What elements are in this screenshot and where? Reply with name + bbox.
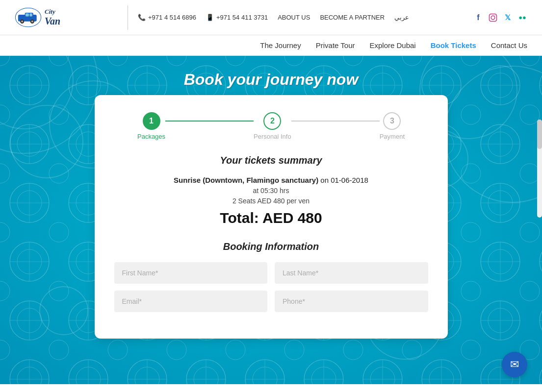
- phone2-number: +971 54 411 3731: [216, 14, 268, 21]
- header-divider: [128, 5, 128, 30]
- svg-rect-3: [26, 13, 29, 16]
- booking-card: 1 Packages 2 Personal Info 3 Payment You…: [95, 95, 448, 339]
- svg-rect-9: [490, 14, 497, 21]
- step-3: 3 Payment: [380, 112, 405, 140]
- mobile-icon: 📱: [206, 14, 214, 21]
- step-2-number: 2: [270, 117, 275, 125]
- ticket-total: Total: AED 480: [114, 210, 428, 226]
- nav-contact-us[interactable]: Contact Us: [491, 41, 527, 49]
- svg-point-11: [494, 15, 495, 16]
- step-1-number: 1: [149, 117, 154, 125]
- last-name-input[interactable]: [275, 262, 428, 284]
- social-icons: f 𝕏 ●●: [473, 13, 527, 23]
- svg-point-8: [31, 21, 33, 23]
- svg-point-6: [21, 21, 23, 23]
- name-row: [114, 262, 428, 284]
- header-top: City Van 📞 +971 4 514 6896 📱 +971 54 411…: [0, 0, 542, 35]
- facebook-icon[interactable]: f: [473, 13, 483, 23]
- phone-input[interactable]: [275, 291, 428, 312]
- first-name-input[interactable]: [114, 262, 268, 284]
- svg-point-10: [491, 16, 495, 20]
- step-3-label: Payment: [380, 133, 405, 140]
- step-2-label: Personal Info: [254, 133, 291, 140]
- step-line-1: [165, 121, 254, 122]
- phone1-number: +971 4 514 6896: [148, 14, 196, 21]
- arabic-link[interactable]: عربي: [394, 14, 409, 21]
- booking-info-title: Booking Information: [114, 241, 428, 252]
- logo-text-van: Van: [45, 16, 60, 26]
- ticket-seats-info: 2 Seats AED 480 per ven: [114, 197, 428, 205]
- ticket-event-date: on 01-06-2018: [320, 176, 368, 184]
- nav-book-tickets[interactable]: Book Tickets: [431, 41, 476, 49]
- ticket-event-time: at 05:30 hrs: [114, 187, 428, 195]
- header-nav: The Journey Private Tour Explore Dubai B…: [0, 35, 542, 56]
- logo-icon: [15, 4, 42, 31]
- phone2-item[interactable]: 📱 +971 54 411 3731: [206, 14, 268, 21]
- step-line-2: [291, 121, 380, 122]
- step-2: 2 Personal Info: [254, 112, 291, 140]
- nav-private-tour[interactable]: Private Tour: [316, 41, 355, 49]
- logo-area: City Van: [15, 4, 128, 31]
- contact-row: [114, 291, 428, 312]
- ticket-event: Sunrise (Downtown, Flamingo sanctuary) o…: [114, 176, 428, 184]
- instagram-icon[interactable]: [488, 13, 498, 23]
- logo-text-city: City: [45, 8, 60, 15]
- tripadvisor-icon[interactable]: ●●: [517, 13, 527, 23]
- scrollbar[interactable]: [537, 120, 542, 218]
- email-input[interactable]: [114, 291, 268, 312]
- twitter-icon[interactable]: 𝕏: [503, 13, 513, 23]
- step-1: 1 Packages: [137, 112, 165, 140]
- step-2-circle: 2: [263, 112, 281, 130]
- chat-button[interactable]: ✉: [502, 352, 527, 377]
- ticket-event-name: Sunrise (Downtown, Flamingo sanctuary): [174, 176, 318, 184]
- phone-icon: 📞: [138, 14, 146, 21]
- hero-section: Book your journey now 1 Packages 2 Perso…: [0, 56, 542, 384]
- step-3-circle: 3: [383, 112, 401, 130]
- step-1-label: Packages: [137, 133, 165, 140]
- phone1-item[interactable]: 📞 +971 4 514 6896: [138, 14, 196, 21]
- svg-rect-4: [29, 13, 32, 16]
- nav-the-journey[interactable]: The Journey: [260, 41, 301, 49]
- ticket-summary-title: Your tickets summary: [114, 155, 428, 166]
- chat-icon: ✉: [510, 358, 519, 371]
- step-1-circle: 1: [143, 112, 160, 130]
- scrollbar-thumb[interactable]: [537, 120, 542, 149]
- hero-title: Book your journey now: [184, 71, 359, 89]
- partner-link[interactable]: BECOME A PARTNER: [320, 14, 385, 21]
- steps-container: 1 Packages 2 Personal Info 3 Payment: [114, 112, 428, 140]
- step-3-number: 3: [390, 117, 394, 125]
- about-link[interactable]: ABOUT US: [278, 14, 310, 21]
- header-contact: 📞 +971 4 514 6896 📱 +971 54 411 3731 ABO…: [138, 14, 473, 21]
- nav-explore-dubai[interactable]: Explore Dubai: [369, 41, 415, 49]
